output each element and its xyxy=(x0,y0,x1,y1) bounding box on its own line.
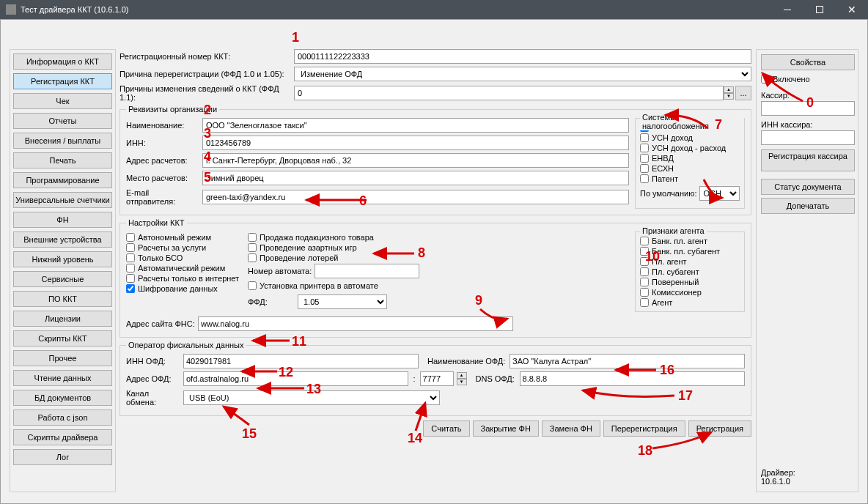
agent-checkbox[interactable] xyxy=(640,247,649,256)
sidebar-item[interactable]: ПО ККТ xyxy=(13,291,112,307)
printer-install-checkbox[interactable] xyxy=(248,281,257,290)
close-button[interactable]: ✕ xyxy=(836,0,868,19)
ofd-dns-input[interactable] xyxy=(520,371,745,386)
sidebar-item[interactable]: Нижний уровень xyxy=(13,251,112,267)
sidebar-item[interactable]: БД документов xyxy=(13,390,112,406)
sidebar-item[interactable]: ФН xyxy=(13,212,112,228)
agent-label: Банк. пл. субагент xyxy=(652,247,720,256)
reasons-spinner[interactable]: ▲▼ xyxy=(724,86,734,100)
agent-checkbox[interactable] xyxy=(640,278,649,286)
kkt-checkbox[interactable] xyxy=(248,253,257,262)
agent-checkbox[interactable] xyxy=(640,298,649,307)
reasons-more-button[interactable]: ... xyxy=(735,86,751,100)
tax-checkbox[interactable] xyxy=(640,154,649,163)
cashier-input[interactable] xyxy=(761,101,855,116)
kkt-checkbox[interactable] xyxy=(248,243,257,252)
rereg-reason-select[interactable]: Изменение ОФД xyxy=(294,67,751,81)
kkt-checkbox[interactable] xyxy=(126,233,135,242)
properties-button[interactable]: Свойства xyxy=(761,54,855,70)
org-email-input[interactable] xyxy=(202,190,629,204)
change-reasons-input[interactable] xyxy=(294,86,724,100)
action-button[interactable]: Регистрация xyxy=(688,420,751,437)
sidebar-item[interactable]: Работа с json xyxy=(13,410,112,426)
org-name-input[interactable] xyxy=(202,118,629,133)
action-button[interactable]: Считать xyxy=(423,420,469,437)
register-cashier-button[interactable]: Регистрация кассира xyxy=(761,149,855,171)
sidebar-item[interactable]: Чтение данных xyxy=(13,370,112,386)
maximize-button[interactable] xyxy=(803,0,836,19)
tax-checkbox[interactable] xyxy=(640,174,649,183)
rereg-reason-label: Причина перерегистрации (ФФД 1.0 и 1.05)… xyxy=(119,70,294,78)
tax-label: Патент xyxy=(652,174,678,183)
agent-label: Комиссионер xyxy=(652,288,702,297)
org-name-label: Наименование: xyxy=(126,121,202,130)
org-inn-input[interactable] xyxy=(202,136,629,150)
ofd-inn-label: ИНН ОФД: xyxy=(126,357,180,366)
sidebar-item[interactable]: Печать xyxy=(13,152,112,168)
org-inn-label: ИНН: xyxy=(126,138,202,147)
kkt-checkbox[interactable] xyxy=(248,233,257,242)
ofd-name-input[interactable] xyxy=(510,354,745,368)
reprint-button[interactable]: Допечатать xyxy=(761,198,855,214)
agent-checkbox[interactable] xyxy=(640,267,649,276)
sidebar-item[interactable]: Универсальные счетчики xyxy=(13,192,112,208)
ofd-fieldset: Оператор фискальных данных ИНН ОФД: Наим… xyxy=(119,341,751,416)
app-icon xyxy=(6,4,16,15)
sidebar-item[interactable]: Лицензии xyxy=(13,311,112,327)
tax-checkbox[interactable] xyxy=(640,144,649,152)
action-button[interactable]: Перерегистрация xyxy=(603,420,685,437)
kkt-label: Проведение лотерей xyxy=(260,253,339,262)
tax-checkbox[interactable] xyxy=(640,133,649,142)
doc-status-button[interactable]: Статус документа xyxy=(761,179,855,195)
agent-checkbox[interactable] xyxy=(640,257,649,266)
titlebar: Тест драйвера ККТ (10.6.1.0) ✕ xyxy=(0,0,868,19)
kkt-checkbox[interactable] xyxy=(126,264,135,273)
org-legend: Реквизиты организации xyxy=(126,105,219,114)
sidebar-item[interactable]: Лог xyxy=(13,449,112,465)
org-email-label: E-mail отправителя: xyxy=(126,188,202,206)
automat-num-label: Номер автомата: xyxy=(248,267,312,275)
kkt-checkbox[interactable] xyxy=(126,274,135,283)
driver-label: Драйвер: xyxy=(761,468,795,477)
ofd-port-input[interactable] xyxy=(420,371,454,386)
ofd-port-spinner[interactable]: ▲▼ xyxy=(457,372,467,385)
agent-title: Признаки агента xyxy=(640,226,707,235)
org-addr-input[interactable] xyxy=(202,153,629,168)
right-panel: Свойства Включено Кассир: ИНН кассира: Р… xyxy=(756,49,858,492)
agent-checkbox[interactable] xyxy=(640,237,649,245)
ofd-inn-input[interactable] xyxy=(183,354,419,368)
kkt-label: Проведение азартных игр xyxy=(260,243,357,252)
sidebar-item[interactable]: Внешние устройства xyxy=(13,231,112,248)
kkt-checkbox[interactable] xyxy=(126,253,135,262)
ffd-select[interactable]: 1.05 xyxy=(298,294,387,309)
sidebar-item[interactable]: Программирование xyxy=(13,172,112,188)
sidebar-item[interactable]: Внесения / выплаты xyxy=(13,133,112,149)
action-button[interactable]: Закрытие ФН xyxy=(473,420,539,437)
change-reasons-label: Причины изменения сведений о ККТ (ФФД 1.… xyxy=(119,84,294,102)
minimize-button[interactable] xyxy=(771,0,803,19)
tax-default-select[interactable]: ОСН xyxy=(699,186,740,201)
fns-input[interactable] xyxy=(198,316,513,331)
cashier-inn-label: ИНН кассира: xyxy=(761,120,853,129)
enabled-checkbox[interactable] xyxy=(761,75,770,84)
action-button[interactable]: Замена ФН xyxy=(542,420,600,437)
sidebar-item[interactable]: Скрипты ККТ xyxy=(13,330,112,346)
org-place-input[interactable] xyxy=(202,171,629,185)
sidebar-item[interactable]: Сервисные xyxy=(13,271,112,287)
sidebar-item[interactable]: Регистрация ККТ xyxy=(13,73,112,89)
sidebar-item[interactable]: Прочее xyxy=(13,350,112,366)
kkt-checkbox[interactable] xyxy=(126,243,135,252)
agent-checkbox[interactable] xyxy=(640,288,649,297)
ofd-channel-select[interactable]: USB (EoU) xyxy=(183,390,440,405)
tax-default-label: По умолчанию: xyxy=(640,189,696,198)
sidebar-item[interactable]: Отчеты xyxy=(13,113,112,129)
tax-checkbox[interactable] xyxy=(640,164,649,173)
sidebar-item[interactable]: Скрипты драйвера xyxy=(13,429,112,445)
ffd-label: ФФД: xyxy=(248,297,295,306)
kkt-checkbox[interactable] xyxy=(126,284,135,293)
sidebar-item[interactable]: Информация о ККТ xyxy=(13,53,112,70)
ofd-addr-input[interactable] xyxy=(183,371,408,386)
cashier-inn-input[interactable] xyxy=(761,130,855,145)
sidebar-item[interactable]: Чек xyxy=(13,93,112,109)
reg-number-input[interactable] xyxy=(294,49,751,64)
